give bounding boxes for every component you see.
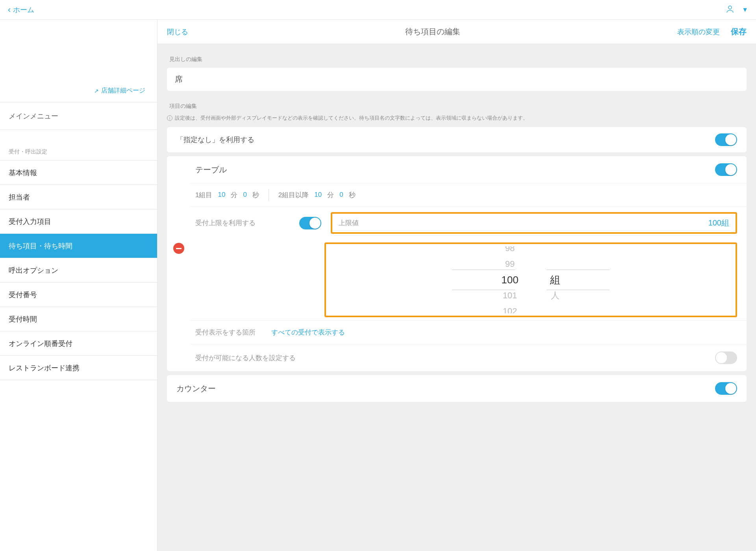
sidebar-top: ↗ 店舗詳細ページ: [0, 20, 157, 102]
limit-value: 100組: [708, 218, 729, 228]
user-icon[interactable]: [725, 4, 735, 15]
sidebar-item-reception-number[interactable]: 受付番号: [0, 283, 157, 307]
limit-label: 上限値: [339, 218, 359, 227]
use-unspecified-toggle[interactable]: [715, 133, 737, 146]
use-unspecified-label: 「指定なし」を利用する: [176, 135, 254, 144]
capacity-label: 受付が可能になる人数を設定する: [195, 353, 699, 362]
capacity-row: 受付が可能になる人数を設定する: [191, 344, 747, 371]
heading-input[interactable]: [167, 68, 747, 91]
heading-section-label: 見出しの編集: [169, 56, 747, 63]
display-value[interactable]: すべての受付で表示する: [271, 328, 345, 337]
info-line: i 設定後は、受付画面や外部ディスプレイモードなどの表示を確認してください。待ち…: [167, 115, 747, 122]
chevron-down-icon[interactable]: ▼: [742, 6, 748, 13]
after-min-value[interactable]: 10: [311, 191, 325, 199]
svg-point-0: [728, 6, 732, 9]
display-label: 受付表示をする箇所: [195, 328, 256, 337]
after-sec-value[interactable]: 0: [336, 191, 346, 199]
sidebar-item-staff[interactable]: 担当者: [0, 185, 157, 209]
sidebar-item-call-options[interactable]: 呼出オプション: [0, 258, 157, 283]
page-title: 待ち項目の編集: [405, 26, 460, 37]
first-sec-value[interactable]: 0: [240, 191, 250, 199]
sidebar-item-wait-items[interactable]: 待ち項目・待ち時間: [0, 234, 157, 258]
main-menu-link[interactable]: メインメニュー: [0, 102, 157, 130]
back-label: ホーム: [13, 5, 34, 15]
sidebar-item-online-reception[interactable]: オンライン順番受付: [0, 331, 157, 356]
vertical-divider: [269, 189, 269, 201]
use-limit-label: 受付上限を利用する: [195, 218, 256, 227]
item-table: テーブル 1組目 10 分 0 秒 2組目以降 10 分: [167, 156, 747, 371]
save-button[interactable]: 保存: [731, 26, 747, 37]
sidebar-item-basic-info[interactable]: 基本情報: [0, 161, 157, 185]
chevron-left-icon: ‹: [8, 5, 11, 15]
sidebar: ↗ 店舗詳細ページ メインメニュー 受付・呼出設定 基本情報 担当者 受付入力項…: [0, 20, 158, 551]
external-link-label: 店舗詳細ページ: [101, 87, 145, 95]
time-row: 1組目 10 分 0 秒 2組目以降 10 分 0 秒: [191, 183, 747, 206]
top-header: ‹ ホーム ▼: [0, 0, 756, 20]
item-section-label: 項目の編集: [169, 103, 747, 110]
sidebar-item-reception-fields[interactable]: 受付入力項目: [0, 209, 157, 234]
info-icon: i: [167, 115, 172, 121]
main: 閉じる 待ち項目の編集 表示順の変更 保存 見出しの編集 項目の編集 i 設定後…: [158, 20, 756, 551]
picker-number-col[interactable]: 98 99 100 101 102: [501, 246, 518, 313]
header-right: ▼: [725, 4, 748, 15]
after-second-label: 2組目以降: [278, 190, 309, 200]
item-enabled-toggle[interactable]: [715, 382, 737, 395]
item-counter: カウンター: [167, 375, 747, 402]
use-limit-toggle[interactable]: [299, 217, 321, 229]
picker[interactable]: 98 99 100 101 102 組 人: [326, 246, 736, 313]
close-button[interactable]: 閉じる: [167, 27, 188, 37]
info-text: 設定後は、受付画面や外部ディスプレイモードなどの表示を確認してください。待ち項目…: [175, 115, 528, 122]
sidebar-item-restaurant-board[interactable]: レストランボード連携: [0, 356, 157, 380]
capacity-toggle[interactable]: [715, 351, 737, 364]
use-unspecified-card: 「指定なし」を利用する: [167, 127, 747, 152]
limit-value-box[interactable]: 上限値 100組: [331, 212, 737, 234]
sidebar-section-label: 受付・呼出設定: [0, 130, 157, 161]
first-min-value[interactable]: 10: [215, 191, 228, 199]
first-group-label: 1組目: [195, 190, 212, 200]
main-topbar: 閉じる 待ち項目の編集 表示順の変更 保存: [158, 20, 756, 44]
external-link-icon: ↗: [94, 88, 99, 94]
display-location-row: 受付表示をする箇所 すべての受付で表示する: [191, 320, 747, 344]
picker-box: 98 99 100 101 102 組 人: [324, 242, 737, 317]
reorder-button[interactable]: 表示順の変更: [677, 27, 720, 37]
store-detail-link[interactable]: ↗ 店舗詳細ページ: [94, 87, 145, 95]
back-link[interactable]: ‹ ホーム: [8, 5, 34, 15]
item-name: テーブル: [191, 165, 227, 175]
picker-unit-col[interactable]: 組 人: [550, 246, 560, 313]
main-content: 見出しの編集 項目の編集 i 設定後は、受付画面や外部ディスプレイモードなどの表…: [158, 44, 756, 551]
sidebar-item-reception-time[interactable]: 受付時間: [0, 307, 157, 331]
limit-row: 受付上限を利用する 上限値 100組: [191, 206, 747, 239]
item-name: カウンター: [176, 383, 216, 394]
delete-button[interactable]: [173, 243, 184, 254]
item-enabled-toggle[interactable]: [715, 163, 737, 176]
